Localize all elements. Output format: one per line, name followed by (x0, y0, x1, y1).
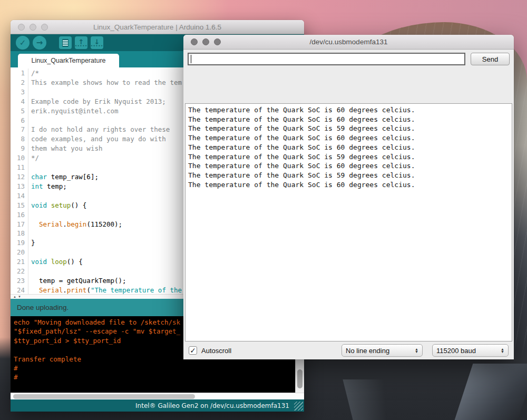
line-number: 3 (11, 87, 28, 97)
code-text (28, 229, 35, 238)
serial-line: The temperature of the Quark SoC is 59 d… (188, 171, 512, 180)
code-text: */ (28, 153, 39, 163)
line-number: 21 (11, 257, 28, 267)
console-scrollbar-thumb[interactable] (297, 369, 302, 388)
serial-line: The temperature of the Quark SoC is 59 d… (188, 124, 512, 133)
line-ending-dropdown[interactable]: No line ending ▲▼ (341, 344, 423, 357)
line-number: 9 (11, 144, 28, 153)
code-text (28, 116, 35, 125)
serial-line: The temperature of the Quark SoC is 60 d… (188, 105, 512, 115)
line-number: 10 (11, 153, 28, 163)
updown-arrows-icon: ▲▼ (415, 348, 418, 353)
board-port-label: Intel® Galileo Gen2 on /dev/cu.usbmodemf… (135, 402, 289, 409)
wallpaper-rock-highlight (343, 379, 400, 420)
code-text: /* (28, 69, 39, 78)
code-text: char temp_raw[6]; (28, 172, 99, 182)
code-text: temp = getQuarkTemp(); (28, 276, 126, 286)
line-number: 1 (11, 69, 28, 78)
code-text: erik.nyquist@intel.com (28, 106, 119, 116)
text-caret (191, 55, 191, 63)
status-message: Done uploading. (17, 304, 69, 311)
line-number: 7 (11, 125, 28, 134)
check-icon: ✓ (19, 38, 26, 47)
code-text (28, 267, 35, 276)
line-number: 2 (11, 78, 28, 87)
code-text (28, 87, 35, 97)
serial-line: The temperature of the Quark SoC is 60 d… (188, 161, 512, 171)
line-number: 13 (11, 182, 28, 191)
desktop: Linux_QuarkTemperature | Arduino 1.6.5 ✓… (0, 0, 527, 420)
line-number: 11 (11, 163, 28, 172)
document-icon (62, 39, 69, 47)
serial-bottom-bar: ✓ Autoscroll No line ending ▲▼ 115200 ba… (183, 341, 514, 359)
verify-button[interactable]: ✓ (16, 36, 30, 50)
code-text (28, 191, 35, 201)
code-text (28, 163, 35, 172)
line-number: 4 (11, 97, 28, 106)
line-number: 5 (11, 106, 28, 116)
send-button[interactable]: Send (471, 53, 510, 65)
line-ending-value: No line ending (346, 347, 389, 355)
line-number: 19 (11, 238, 28, 248)
new-sketch-button[interactable] (59, 36, 72, 49)
code-text (28, 210, 35, 220)
checkmark-icon: ✓ (190, 346, 196, 355)
ide-window-title: Linux_QuarkTemperature | Arduino 1.6.5 (11, 23, 304, 31)
code-text: Serial.print("The temperature of the (28, 286, 182, 294)
line-number: 24 (11, 286, 28, 294)
open-button[interactable]: ↑••••• (75, 36, 87, 49)
serial-send-input[interactable] (188, 53, 465, 65)
serial-output-area[interactable]: The temperature of the Quark SoC is 60 d… (185, 103, 512, 341)
code-text: I do not hold any rights over these (28, 125, 170, 134)
scroll-up-arrow-icon[interactable]: ▲ (13, 295, 16, 298)
line-number: 6 (11, 116, 28, 125)
console-line: # (14, 373, 304, 382)
code-text: code examples, and you may do with (28, 134, 166, 144)
code-text: void loop() { (28, 257, 83, 267)
code-text: } (28, 238, 35, 248)
code-text: void setup() { (28, 201, 86, 210)
monitor-title-bar[interactable]: /dev/cu.usbmodemfa131 (183, 35, 514, 50)
line-number: 18 (11, 229, 28, 238)
serial-line: The temperature of the Quark SoC is 60 d… (188, 133, 512, 143)
baud-rate-dropdown[interactable]: 115200 baud ▲▼ (432, 344, 509, 357)
code-text: Example code by Erik Nyquist 2013; (28, 97, 166, 106)
code-text: them what you wish (28, 144, 102, 153)
line-number: 16 (11, 210, 28, 220)
code-text (28, 248, 35, 257)
upload-button[interactable]: → (33, 36, 46, 50)
line-number: 12 (11, 172, 28, 182)
arrow-right-icon: → (36, 38, 43, 47)
serial-line: The temperature of the Quark SoC is 60 d… (188, 115, 512, 124)
code-text: int temp; (28, 182, 67, 191)
serial-input-row: Send (183, 50, 514, 69)
horizontal-scrollbar-thumb[interactable] (13, 394, 195, 399)
tab-linux-quarktemperature[interactable]: Linux_QuarkTemperature (18, 54, 119, 67)
console-horizontal-scrollbar[interactable] (11, 393, 304, 399)
code-text: Serial.begin(115200); (28, 220, 122, 229)
line-number: 23 (11, 276, 28, 286)
line-number: 20 (11, 248, 28, 257)
updown-arrows-icon: ▲▼ (501, 348, 504, 353)
line-number: 22 (11, 267, 28, 276)
serial-monitor-window: /dev/cu.usbmodemfa131 Send The temperatu… (183, 35, 514, 359)
line-number: 15 (11, 201, 28, 210)
console-line: # (14, 364, 304, 373)
ide-title-bar[interactable]: Linux_QuarkTemperature | Arduino 1.6.5 (11, 20, 304, 34)
ide-status-bar: Intel® Galileo Gen2 on /dev/cu.usbmodemf… (11, 399, 304, 412)
autoscroll-checkbox[interactable]: ✓ (189, 346, 197, 355)
autoscroll-label: Autoscroll (201, 347, 231, 355)
line-number: 8 (11, 134, 28, 144)
line-number: 14 (11, 191, 28, 201)
tab-label: Linux_QuarkTemperature (31, 57, 105, 64)
serial-line: The temperature of the Quark SoC is 60 d… (188, 143, 512, 152)
save-button[interactable]: ↓••••• (91, 36, 103, 49)
code-text: This example shows how to read the tem (28, 78, 182, 87)
serial-line: The temperature of the Quark SoC is 60 d… (188, 180, 512, 190)
line-number: 17 (11, 220, 28, 229)
baud-rate-value: 115200 baud (436, 347, 476, 355)
monitor-window-title: /dev/cu.usbmodemfa131 (183, 38, 514, 46)
resize-grip-icon[interactable] (294, 402, 303, 411)
scroll-down-arrow-icon[interactable]: ▼ (18, 295, 21, 298)
serial-line: The temperature of the Quark SoC is 59 d… (188, 152, 512, 162)
